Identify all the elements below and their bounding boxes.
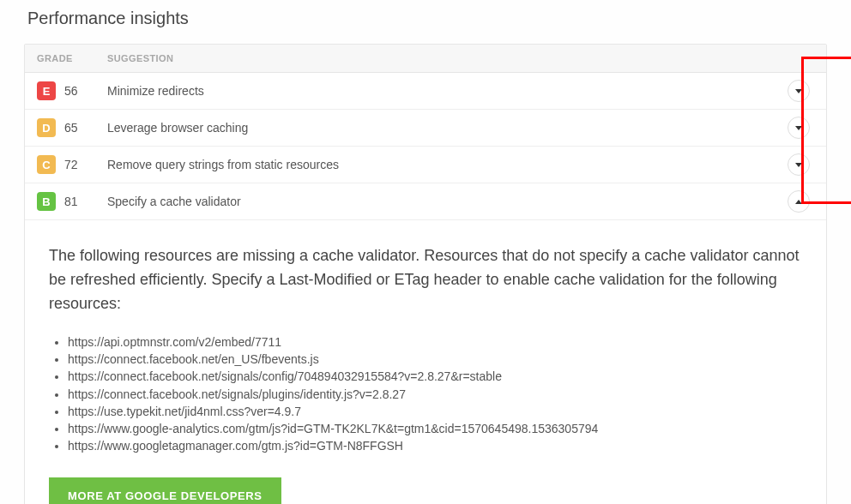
resource-item: https://api.optmnstr.com/v2/embed/7711 bbox=[68, 333, 802, 351]
grade-badge: B bbox=[37, 192, 56, 211]
suggestion-text: Leverage browser caching bbox=[107, 121, 783, 135]
more-developers-button[interactable]: MORE AT GOOGLE DEVELOPERS bbox=[49, 477, 281, 504]
expand-toggle[interactable] bbox=[788, 117, 810, 139]
grade-score: 81 bbox=[64, 195, 78, 208]
chevron-up-icon bbox=[795, 200, 802, 204]
expand-toggle[interactable] bbox=[788, 190, 810, 213]
grade-score: 56 bbox=[64, 84, 78, 98]
expanded-panel: The following resources are missing a ca… bbox=[25, 220, 826, 504]
expand-toggle[interactable] bbox=[788, 153, 810, 176]
grade-cell: E 56 bbox=[37, 81, 107, 100]
expanded-description: The following resources are missing a ca… bbox=[49, 244, 802, 316]
chevron-down-icon bbox=[795, 163, 802, 167]
chevron-down-icon bbox=[795, 89, 802, 93]
insights-table: GRADE SUGGESTION E 56 Minimize redirects… bbox=[24, 44, 827, 504]
chevron-down-icon bbox=[795, 126, 802, 130]
grade-cell: C 72 bbox=[37, 155, 107, 174]
resource-item: https://connect.facebook.net/signals/con… bbox=[68, 368, 802, 385]
resource-item: https://connect.facebook.net/en_US/fbeve… bbox=[68, 351, 802, 368]
resource-list: https://api.optmnstr.com/v2/embed/7711 h… bbox=[49, 333, 802, 455]
page-title: Performance insights bbox=[27, 9, 827, 28]
suggestion-text: Minimize redirects bbox=[107, 84, 783, 98]
header-suggestion: SUGGESTION bbox=[107, 53, 814, 63]
grade-badge: D bbox=[37, 118, 56, 137]
table-header: GRADE SUGGESTION bbox=[25, 45, 826, 73]
table-row[interactable]: C 72 Remove query strings from static re… bbox=[25, 147, 826, 183]
grade-score: 65 bbox=[64, 121, 78, 135]
grade-badge: C bbox=[37, 155, 56, 174]
resource-item: https://use.typekit.net/jid4nml.css?ver=… bbox=[68, 403, 802, 420]
table-row[interactable]: D 65 Leverage browser caching bbox=[25, 110, 826, 147]
expand-toggle[interactable] bbox=[788, 80, 810, 102]
grade-score: 72 bbox=[64, 158, 78, 171]
table-row[interactable]: B 81 Specify a cache validator bbox=[25, 183, 826, 220]
suggestion-text: Specify a cache validator bbox=[107, 195, 783, 208]
grade-cell: D 65 bbox=[37, 118, 107, 137]
grade-cell: B 81 bbox=[37, 192, 107, 211]
suggestion-text: Remove query strings from static resourc… bbox=[107, 158, 783, 171]
resource-item: https://connect.facebook.net/signals/plu… bbox=[68, 386, 802, 403]
resource-item: https://www.googletagmanager.com/gtm.js?… bbox=[68, 437, 802, 454]
header-grade: GRADE bbox=[37, 53, 107, 63]
resource-item: https://www.google-analytics.com/gtm/js?… bbox=[68, 420, 802, 437]
table-row[interactable]: E 56 Minimize redirects bbox=[25, 73, 826, 110]
grade-badge: E bbox=[37, 81, 56, 100]
